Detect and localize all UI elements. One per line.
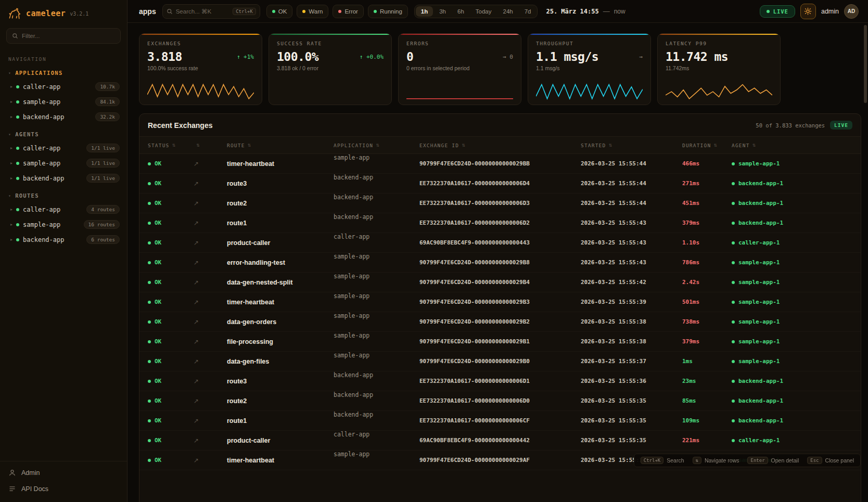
exchange-id-cell: 90799F47E6CD24D-00000000000029B8 [419, 259, 581, 266]
agent-cell: backend-app-1 [732, 220, 852, 226]
status-dot [272, 10, 275, 13]
table-row[interactable]: OK ↗ timer-heartbeat sample-app 90799F47… [139, 292, 861, 312]
avatar[interactable]: AD [844, 4, 859, 19]
time-range-button[interactable]: 6h [452, 6, 469, 17]
open-route-icon[interactable]: ↗ [194, 299, 199, 306]
status-dot [16, 177, 19, 180]
open-route-icon[interactable]: ↗ [194, 378, 199, 385]
table-row[interactable]: OK ↗ file-processing sample-app 90799F47… [139, 332, 861, 352]
open-route-icon[interactable]: ↗ [194, 180, 199, 187]
open-route-icon[interactable]: ↗ [194, 160, 199, 168]
open-route-icon[interactable]: ↗ [194, 239, 199, 247]
column-header[interactable]: ROUTE ⇅ [227, 143, 334, 148]
status-dot [148, 400, 151, 403]
column-header[interactable]: STATUS ⇅ [148, 143, 194, 148]
sidebar-item[interactable]: ▸ backend-app 32.2k [0, 109, 127, 124]
stat-delta: → [639, 54, 643, 60]
sidebar-item[interactable]: ▸ caller-app 1/1 live [0, 140, 127, 156]
section-title[interactable]: ▾ AGENTS [0, 124, 127, 140]
time-range-button[interactable]: Today [470, 6, 497, 17]
column-header[interactable]: STARTED ⇅ [581, 143, 682, 148]
theme-toggle-button[interactable] [800, 4, 816, 19]
section-title[interactable]: ▾ ROUTES [0, 186, 127, 202]
agent-label: sample-app-1 [738, 318, 780, 325]
time-range-button[interactable]: 3h [434, 6, 451, 17]
table-row[interactable]: OK ↗ data-gen-files sample-app 90799F47E… [139, 352, 861, 371]
hotkey-key: Ctrl+K [641, 457, 664, 464]
stat-card: ERRORS 0 → 0 0 errors in selected period [398, 33, 521, 105]
open-route-icon[interactable]: ↗ [194, 417, 199, 424]
scrollbar-thumb[interactable] [864, 25, 867, 103]
open-route-icon[interactable]: ↗ [194, 259, 199, 266]
search-input[interactable] [176, 8, 229, 15]
table-row[interactable]: OK ↗ data-gen-nested-split sample-app 90… [139, 273, 861, 292]
hotkey-label: Search [667, 457, 684, 464]
status-filter-chip[interactable]: Warn [297, 5, 328, 18]
table-row[interactable]: OK ↗ route3 backend-app EE7322370A10617-… [139, 371, 861, 391]
column-header[interactable]: EXCHANGE ID ⇅ [419, 143, 581, 148]
application-cell: backend-app [334, 391, 419, 410]
section-items: ▸ caller-app 4 routes ▸ sample-app 16 ro… [0, 202, 127, 247]
table-row[interactable]: OK ↗ timer-heartbeat sample-app 90799F47… [139, 154, 861, 174]
sidebar-item[interactable]: ▸ backend-app 1/1 live [0, 171, 127, 186]
route-cell: timer-heartbeat [227, 160, 334, 168]
route-cell: timer-heartbeat [227, 457, 334, 464]
status-filter-chip[interactable]: OK [266, 5, 293, 18]
agent-label: sample-app-1 [738, 259, 780, 266]
sidebar-item[interactable]: ▸ sample-app 1/1 live [0, 156, 127, 171]
agent-cell: backend-app-1 [732, 378, 852, 384]
open-route-icon[interactable]: ↗ [194, 318, 199, 326]
open-route-icon[interactable]: ↗ [194, 220, 199, 227]
sidebar-item[interactable]: ▸ sample-app 16 routes [0, 217, 127, 232]
hotkey-hint: ⇅ Navigate rows [693, 457, 739, 464]
open-route-icon[interactable]: ↗ [194, 358, 199, 365]
open-route-icon[interactable]: ↗ [194, 338, 199, 345]
sidebar-item[interactable]: ▸ backend-app 6 routes [0, 232, 127, 247]
sidebar-item-admin[interactable]: Admin [0, 465, 127, 481]
datetime-label[interactable]: 25. März 14:55 [546, 8, 598, 15]
section-title[interactable]: ▾ APPLICATIONS [0, 63, 127, 79]
open-route-icon[interactable]: ↗ [194, 279, 199, 286]
open-route-icon[interactable]: ↗ [194, 437, 199, 444]
sidebar-item[interactable]: ▸ caller-app 10.7k [0, 79, 127, 94]
table-row[interactable]: OK ↗ route2 backend-app EE7322370A10617-… [139, 194, 861, 213]
column-label: ROUTE [227, 143, 245, 148]
table-row[interactable]: OK ↗ route3 backend-app EE7322370A10617-… [139, 174, 861, 194]
column-header[interactable]: AGENT ⇅ [732, 143, 852, 148]
route-cell: route3 [227, 378, 334, 385]
sidebar-filter[interactable] [6, 28, 121, 44]
username-label[interactable]: admin [821, 8, 839, 15]
filter-input[interactable] [22, 33, 115, 39]
column-header[interactable]: DURATION ⇅ [682, 143, 732, 148]
table-row[interactable]: OK ↗ data-gen-orders sample-app 90799F47… [139, 312, 861, 332]
live-toggle[interactable]: LIVE [760, 5, 795, 18]
time-range-button[interactable]: 1h [416, 6, 433, 17]
table-row[interactable]: OK ↗ error-handling-test sample-app 9079… [139, 253, 861, 273]
column-header[interactable]: ⇅ [194, 143, 227, 148]
hotkey-label: Navigate rows [705, 457, 739, 464]
table-row[interactable]: OK ↗ route1 backend-app EE7322370A10617-… [139, 411, 861, 431]
sidebar-item-api-docs[interactable]: API Docs [0, 481, 127, 497]
sidebar-item[interactable]: ▸ sample-app 84.1k [0, 94, 127, 109]
open-route-icon[interactable]: ↗ [194, 397, 199, 405]
time-range-button[interactable]: 24h [497, 6, 518, 17]
table-row[interactable]: OK ↗ product-caller caller-app 69AC90BF8… [139, 431, 861, 450]
status-filter-chip[interactable]: Running [368, 5, 408, 18]
table-row[interactable]: OK ↗ product-caller caller-app 69AC90BF8… [139, 233, 861, 253]
sidebar-item[interactable]: ▸ caller-app 4 routes [0, 202, 127, 217]
table-row[interactable]: OK ↗ route1 backend-app EE7322370A10617-… [139, 213, 861, 233]
status-filter-chip[interactable]: Error [333, 5, 364, 18]
open-route-icon[interactable]: ↗ [194, 200, 199, 207]
table-row[interactable]: OK ↗ route2 backend-app EE7322370A10617-… [139, 391, 861, 411]
brand[interactable]: cameleer v3.2.1 [0, 0, 127, 24]
time-range-button[interactable]: 7d [519, 6, 537, 17]
panel-header: Recent Exchanges 50 of 3.833 exchanges L… [139, 114, 861, 136]
sidebar-section: ▾ AGENTS ▸ caller-app 1/1 live ▸ sample-… [0, 124, 127, 186]
open-route-icon[interactable]: ↗ [194, 457, 199, 464]
column-header[interactable]: APPLICATION ⇅ [334, 143, 419, 148]
global-search[interactable]: Ctrl+K [162, 4, 260, 19]
sidebar-item-badge: 10.7k [95, 82, 120, 91]
status-filter-label: Running [380, 8, 402, 15]
application-cell: sample-app [334, 332, 419, 351]
exchange-id-cell: 90799F47E6CD24D-00000000000029B0 [419, 358, 581, 365]
